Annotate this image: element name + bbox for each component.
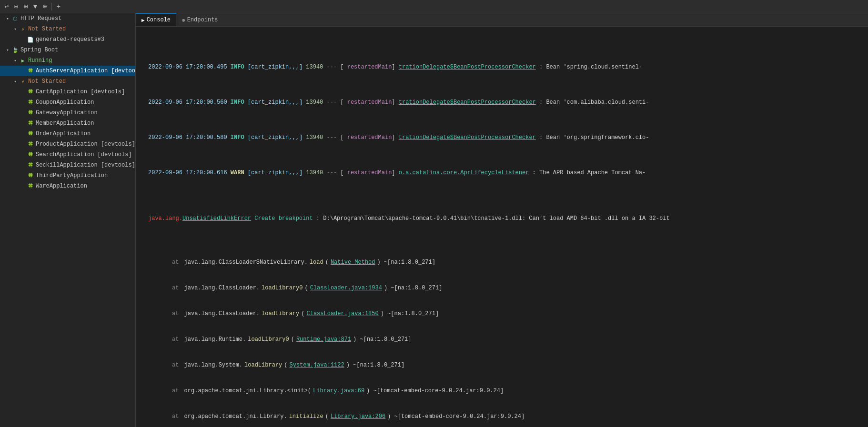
log-class-4[interactable]: o.a.catalina.core.AprLifecycleListener <box>399 169 529 177</box>
coupon-arrow <box>19 99 27 106</box>
thirdparty-icon: 🍀 <box>27 172 34 179</box>
log-pid-2: 13940 <box>306 98 323 107</box>
sidebar-item-spring-boot[interactable]: 🍃 Spring Boot <box>0 45 135 55</box>
log-level-3: INFO <box>231 133 244 142</box>
log-msg-4: The APR based Apache Tomcat Na- <box>539 169 646 177</box>
cart-icon: 🍀 <box>27 88 34 96</box>
spring-boot-icon: 🍃 <box>11 46 19 54</box>
sidebar-item-running[interactable]: ▶ Running <box>0 55 135 66</box>
sidebar-item-ware[interactable]: 🍀 WareApplication <box>0 181 135 191</box>
add-icon[interactable]: + <box>55 3 62 10</box>
sidebar-item-auth-server[interactable]: 🍀 AuthServerApplication [devtools] <box>0 66 135 76</box>
not-started-http-label: Not Started <box>28 26 66 32</box>
group-icon[interactable]: ⊞ <box>22 3 30 10</box>
sidebar-item-coupon[interactable]: 🍀 CouponApplication <box>0 97 135 108</box>
ware-label: WareApplication <box>36 183 87 189</box>
member-arrow <box>19 119 27 127</box>
error-action[interactable]: Create breakpoint <box>251 214 313 223</box>
filter-icon[interactable]: ▼ <box>31 3 39 10</box>
log-sep-1: --- <box>327 63 337 71</box>
unsatisfied-link-error[interactable]: UnsatisfiedLinkError <box>182 214 251 223</box>
not-started-spring-icon: ⚡ <box>19 78 27 85</box>
gateway-icon: 🍀 <box>27 109 34 117</box>
generated-requests-label: generated-requests#3 <box>36 36 104 43</box>
log-thread-3: restartedMain <box>347 133 392 142</box>
not-started-spring-label: Not Started <box>28 78 66 85</box>
log-timestamp-3: 2022-09-06 17:20:00.580 <box>148 133 227 142</box>
sidebar-item-product[interactable]: 🍀 ProductApplication [devtools] <box>0 139 135 149</box>
log-class-3[interactable]: trationDelegate$BeanPostProcessorChecker <box>399 133 536 142</box>
sidebar-item-gateway[interactable]: 🍀 GatewayApplication <box>0 108 135 118</box>
stack-frame-5: at java.lang.System.loadLibrary(System.j… <box>140 361 864 369</box>
seckill-label: SeckillApplication [devtools] <box>36 162 135 169</box>
log-pid-3: 13940 <box>306 133 323 142</box>
log-service-2: [cart_zipkin,,,] <box>248 98 303 107</box>
log-thread-4: restartedMain <box>347 169 392 177</box>
auth-server-arrow <box>19 67 27 75</box>
log-level-4: WARN <box>231 169 244 177</box>
toolbar: ↩ ⊟ ⊞ ▼ ⊕ + <box>0 0 868 13</box>
error-line: java.lang.UnsatisfiedLinkError Create br… <box>140 214 864 224</box>
stack-file-4[interactable]: Runtime.java:871 <box>296 335 351 344</box>
console-output[interactable]: 2022-09-06 17:20:00.495 INFO [cart_zipki… <box>136 27 868 427</box>
pin-icon[interactable]: ⊕ <box>41 3 49 10</box>
log-sep-2: --- <box>327 98 337 107</box>
log-sep-3: --- <box>327 133 337 142</box>
log-class-1[interactable]: trationDelegate$BeanPostProcessorChecker <box>399 63 536 71</box>
order-icon: 🍀 <box>27 130 34 138</box>
http-request-icon: ⬡ <box>11 15 19 22</box>
log-class-2[interactable]: trationDelegate$BeanPostProcessorChecker <box>399 98 536 107</box>
stack-frame-2: at java.lang.ClassLoader.loadLibrary0(Cl… <box>140 284 864 292</box>
search-icon: 🍀 <box>27 151 34 159</box>
sidebar-item-not-started-spring[interactable]: ⚡ Not Started <box>0 76 135 87</box>
console-tab-icon: ▶ <box>141 17 145 23</box>
http-request-label: HTTP Request <box>20 15 61 22</box>
log-service-3: [cart_zipkin,,,] <box>248 133 303 142</box>
log-msg-3: Bean 'org.springframework.clo- <box>546 133 649 142</box>
sidebar-item-not-started-http[interactable]: ⚡ Not Started <box>0 24 135 34</box>
stack-file-2[interactable]: ClassLoader.java:1934 <box>310 284 382 292</box>
log-line-3: 2022-09-06 17:20:00.580 INFO [cart_zipki… <box>140 133 864 143</box>
console-tabs: ▶ Console ⊕ Endpoints <box>136 13 868 27</box>
running-arrow <box>11 57 19 64</box>
stack-file-1[interactable]: Native Method <box>331 258 375 267</box>
log-sep-4: --- <box>327 169 337 177</box>
stack-file-3[interactable]: ClassLoader.java:1850 <box>306 309 378 318</box>
sidebar-item-http-request[interactable]: ⬡ HTTP Request <box>0 13 135 24</box>
endpoints-tab-icon: ⊕ <box>182 17 185 23</box>
generated-requests-icon: 📄 <box>27 36 34 43</box>
gateway-label: GatewayApplication <box>36 109 98 116</box>
stack-file-5[interactable]: System.java:1122 <box>289 361 344 369</box>
stack-file-6[interactable]: Library.java:69 <box>313 387 364 395</box>
sidebar-item-seckill[interactable]: 🍀 SeckillApplication [devtools] <box>0 160 135 170</box>
auth-server-icon: 🍀 <box>27 67 34 75</box>
sidebar-item-member[interactable]: 🍀 MemberApplication <box>0 118 135 129</box>
log-service-4: [cart_zipkin,,,] <box>248 169 303 177</box>
sidebar-item-generated-requests[interactable]: 📄 generated-requests#3 <box>0 34 135 45</box>
sidebar-item-cart[interactable]: 🍀 CartApplication [devtools] <box>0 87 135 97</box>
order-label: OrderApplication <box>36 130 91 137</box>
not-started-http-icon: ⚡ <box>19 25 27 33</box>
log-timestamp-4: 2022-09-06 17:20:00.616 <box>148 169 227 177</box>
stack-file-7[interactable]: Library.java:206 <box>331 412 385 421</box>
rerun-icon[interactable]: ↩ <box>3 3 10 10</box>
stack-frame-4: at java.lang.Runtime.loadLibrary0(Runtim… <box>140 335 864 344</box>
log-pid-4: 13940 <box>306 169 323 177</box>
sidebar-item-thirdparty[interactable]: 🍀 ThirdPartyApplication <box>0 170 135 181</box>
stop-icon[interactable]: ⊟ <box>12 3 20 10</box>
endpoints-tab-label: Endpoints <box>187 17 218 23</box>
coupon-icon: 🍀 <box>27 99 34 106</box>
order-arrow <box>19 130 27 138</box>
log-level-1: INFO <box>231 63 244 71</box>
sidebar-item-order[interactable]: 🍀 OrderApplication <box>0 129 135 139</box>
tab-console[interactable]: ▶ Console <box>136 13 176 26</box>
thirdparty-label: ThirdPartyApplication <box>36 172 108 179</box>
search-label: SearchApplication [devtools] <box>36 151 132 158</box>
console-panel: ▶ Console ⊕ Endpoints 2022-09-06 17:20:0… <box>136 13 868 427</box>
spring-boot-label: Spring Boot <box>20 47 58 53</box>
gateway-arrow <box>19 109 27 117</box>
log-timestamp-2: 2022-09-06 17:20:00.560 <box>148 98 227 107</box>
log-thread-1: restartedMain <box>347 63 392 71</box>
tab-endpoints[interactable]: ⊕ Endpoints <box>176 13 223 26</box>
sidebar-item-search[interactable]: 🍀 SearchApplication [devtools] <box>0 149 135 160</box>
